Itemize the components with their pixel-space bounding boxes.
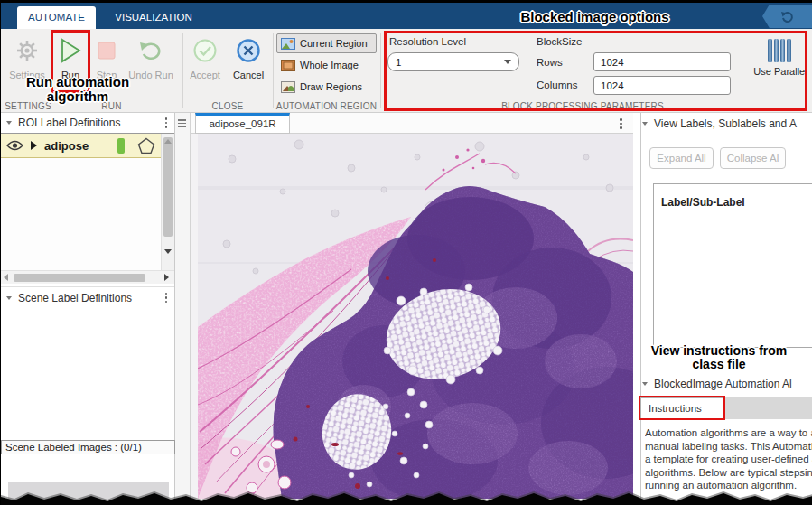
kebab-menu-icon[interactable] — [163, 291, 170, 305]
scroll-right-icon[interactable] — [164, 274, 169, 281]
document-tab-adipose[interactable]: adipose_091R — [195, 113, 290, 134]
roi-label-row-adipose[interactable]: adipose — [1, 134, 162, 158]
rows-input[interactable] — [593, 52, 731, 71]
undo-run-button[interactable]: Undo Run — [126, 33, 176, 80]
instructions-text: Automation algorithms are a way to aut m… — [645, 426, 812, 492]
polygon-shape-icon — [137, 137, 155, 154]
columns-input[interactable] — [593, 76, 731, 95]
ribbon-tab-bar: AUTOMATE VISUALIZATION — [1, 3, 812, 29]
labels-view-panel: View Labels, Sublabels and A Expand All … — [642, 113, 812, 505]
overview-thumbnail — [8, 482, 169, 500]
collapse-icon — [642, 122, 648, 126]
kebab-menu-icon[interactable] — [618, 117, 624, 131]
undo-run-icon — [126, 33, 176, 69]
quick-access-corner[interactable] — [762, 5, 812, 28]
cancel-button[interactable]: Cancel — [228, 33, 269, 80]
tab-visualization[interactable]: VISUALIZATION — [100, 6, 207, 29]
panel-divider[interactable] — [640, 113, 641, 505]
callout-blocked-image-options: Blocked image options — [502, 10, 687, 24]
label-sublabel-table: Label/Sub-Label — [653, 183, 812, 348]
blockedimage-algorithm-header[interactable]: BlockedImage Automation Al — [642, 378, 812, 390]
label-color-swatch[interactable] — [117, 138, 125, 154]
section-label-block-params: BLOCK PROCESSING PARAMETERS — [384, 101, 781, 111]
scene-labeled-images-counter: Scene Labeled Images : (0/1) — [1, 440, 175, 454]
x-circle-icon — [228, 33, 269, 69]
splitter-handle-icon[interactable] — [178, 119, 186, 127]
columns-label: Columns — [537, 79, 577, 90]
document-tab-bar: adipose_091R — [191, 113, 633, 134]
section-divider — [182, 33, 183, 108]
table-header-label-sublabel: Label/Sub-Label — [654, 184, 812, 220]
callout-view-instructions: View instructions from class file — [633, 344, 805, 370]
gear-icon — [5, 33, 49, 69]
scrollbar-thumb[interactable] — [14, 274, 145, 282]
draw-regions-icon — [281, 81, 295, 93]
scroll-left-icon[interactable] — [4, 274, 8, 281]
current-region-icon — [281, 38, 295, 50]
rows-label: Rows — [537, 57, 563, 68]
expand-all-button[interactable]: Expand All — [649, 147, 714, 169]
section-label-close: CLOSE — [182, 101, 273, 111]
scroll-down-icon[interactable] — [164, 249, 172, 254]
tab-automate[interactable]: AUTOMATE — [17, 6, 96, 29]
panel-splitter-strip[interactable] — [175, 113, 191, 505]
resolution-level-label: Resolution Level — [389, 36, 466, 47]
chevron-down-icon — [504, 60, 511, 64]
tab-instructions[interactable]: Instructions — [640, 397, 723, 419]
callout-run-automation: Run automation algorithm — [10, 75, 145, 104]
whole-image-icon — [281, 60, 295, 71]
play-icon — [51, 33, 90, 69]
section-divider — [380, 33, 381, 108]
collapse-all-button[interactable]: Collapse Al — [720, 147, 786, 169]
blocksize-label: BlockSize — [537, 36, 583, 47]
collapse-icon — [642, 382, 648, 386]
section-label-automation-region: AUTOMATION REGION — [273, 101, 380, 111]
check-circle-icon — [184, 33, 226, 69]
parallel-bars-icon — [751, 36, 809, 65]
use-parallel-button[interactable]: Use Parallel — [751, 36, 809, 77]
view-labels-header[interactable]: View Labels, Sublabels and A — [642, 117, 812, 130]
whole-image-button[interactable]: Whole Image — [276, 55, 377, 75]
expander-icon[interactable] — [31, 141, 37, 150]
resolution-level-dropdown[interactable]: 1 — [387, 52, 519, 71]
roi-label-definitions-header[interactable]: ROI Label Definitions — [1, 113, 174, 133]
kebab-menu-icon[interactable] — [163, 116, 170, 130]
current-region-button[interactable]: Current Region — [276, 33, 377, 53]
histology-image — [198, 134, 633, 499]
draw-regions-button[interactable]: Draw Regions — [276, 77, 377, 97]
collapse-icon — [6, 121, 12, 125]
accept-button[interactable]: Accept — [184, 33, 226, 80]
scroll-up-icon[interactable] — [164, 139, 172, 144]
label-definitions-panel: ROI Label Definitions adipose — [1, 113, 175, 505]
instructions-tab-bar: Instructions — [640, 397, 812, 419]
vertical-scrollbar[interactable] — [161, 134, 174, 271]
roi-label-list: adipose — [1, 133, 174, 270]
section-divider — [273, 33, 274, 108]
undo-icon — [780, 9, 795, 23]
scrollbar-thumb[interactable] — [163, 137, 173, 237]
horizontal-scrollbar[interactable] — [1, 270, 174, 284]
collapse-icon — [6, 296, 12, 300]
stop-icon — [89, 33, 125, 69]
image-canvas[interactable] — [191, 134, 633, 499]
app-window: AUTOMATE VISUALIZATION — [0, 0, 812, 505]
eye-icon[interactable] — [6, 140, 23, 151]
scene-label-definitions-header[interactable]: Scene Label Definitions — [1, 286, 174, 308]
